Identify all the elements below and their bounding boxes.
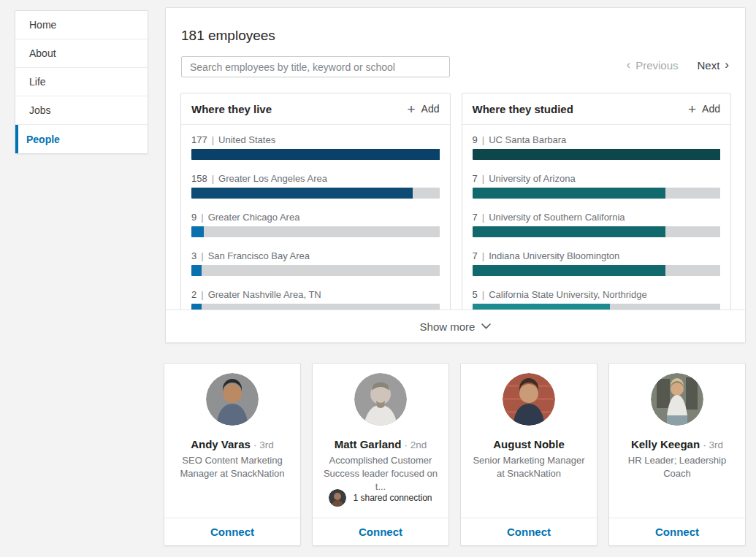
bar-label: Greater Chicago Area bbox=[208, 211, 300, 224]
sidebar-item-home[interactable]: Home bbox=[15, 11, 148, 39]
bar-row: 7 | University of Southern California bbox=[473, 211, 721, 237]
person-card[interactable]: August Noble Senior Marketing Manager at… bbox=[460, 363, 597, 546]
bar-value: 2 bbox=[191, 288, 196, 301]
chart-title: Where they live bbox=[191, 103, 272, 115]
bar-label: California State University, Northridge bbox=[489, 288, 647, 301]
next-page-button[interactable]: Next › bbox=[697, 59, 729, 72]
person-headline: Accomplished Customer Success leader foc… bbox=[321, 454, 440, 493]
person-headline: HR Leader; Leadership Coach bbox=[617, 454, 737, 480]
person-name[interactable]: Kelly Keegan bbox=[631, 438, 700, 450]
bar-track bbox=[191, 188, 440, 199]
bar-separator: | bbox=[482, 172, 484, 185]
bar-row: 9 | Greater Chicago Area bbox=[191, 211, 440, 237]
profile-photo[interactable] bbox=[206, 373, 259, 426]
bar-row: 7 | University of Arizona bbox=[473, 172, 721, 199]
person-card[interactable]: Matt Garland · 2nd Accomplished Customer… bbox=[312, 363, 449, 546]
bar-label: Greater Nashville Area, TN bbox=[208, 288, 321, 301]
bar-separator: | bbox=[482, 288, 484, 301]
shared-connection-label: 1 shared connection bbox=[353, 493, 432, 503]
previous-page-button[interactable]: ‹ Previous bbox=[626, 59, 678, 72]
previous-label: Previous bbox=[635, 59, 678, 72]
sidebar-item-jobs[interactable]: Jobs bbox=[15, 96, 148, 125]
person-name[interactable]: Matt Garland bbox=[335, 438, 402, 450]
page-nav-sidebar: Home About Life Jobs People bbox=[15, 10, 148, 154]
show-more-label: Show more bbox=[420, 320, 476, 333]
chart-where-they-studied: Where they studied + Add 9 | UC Santa Ba… bbox=[462, 93, 732, 310]
bar-value: 7 bbox=[473, 172, 478, 185]
person-headline: SEO Content Marketing Manager at SnackNa… bbox=[172, 454, 292, 480]
sidebar-item-people[interactable]: People bbox=[15, 125, 148, 153]
bar-value: 7 bbox=[473, 211, 478, 224]
profile-photo[interactable] bbox=[651, 373, 703, 426]
bar-separator: | bbox=[201, 288, 203, 301]
bar-label: Indiana University Bloomington bbox=[489, 250, 619, 263]
add-filter-button[interactable]: + Add bbox=[688, 102, 720, 116]
bar-separator: | bbox=[482, 250, 484, 263]
bar-fill bbox=[473, 265, 665, 276]
bar-value: 9 bbox=[473, 134, 478, 147]
chart-where-they-live: Where they live + Add 177 | United State… bbox=[180, 93, 451, 310]
connection-degree: · 2nd bbox=[405, 439, 427, 450]
chart-body: 9 | UC Santa Barbara 7 | University of A… bbox=[462, 134, 731, 310]
shared-connection-photo bbox=[329, 489, 346, 507]
connect-button[interactable]: Connect bbox=[313, 518, 448, 545]
connection-degree: · 3rd bbox=[703, 439, 723, 450]
bar-track bbox=[473, 149, 721, 160]
bar-value: 3 bbox=[191, 250, 196, 263]
chevron-right-icon: › bbox=[725, 58, 729, 71]
person-headline: Senior Marketing Manager at SnackNation bbox=[469, 454, 589, 480]
bar-fill bbox=[191, 265, 202, 276]
bar-separator: | bbox=[482, 211, 484, 224]
add-label: Add bbox=[702, 103, 720, 115]
bar-label: San Francisco Bay Area bbox=[208, 250, 310, 263]
bar-row: 158 | Greater Los Angeles Area bbox=[191, 172, 440, 199]
bar-fill bbox=[473, 226, 665, 237]
add-filter-button[interactable]: + Add bbox=[407, 102, 439, 116]
person-name[interactable]: August Noble bbox=[493, 438, 565, 450]
bar-value: 177 bbox=[191, 134, 207, 147]
person-name[interactable]: Andy Varas bbox=[191, 438, 251, 450]
bar-separator: | bbox=[212, 172, 214, 185]
chevron-down-icon bbox=[481, 323, 491, 329]
connect-button[interactable]: Connect bbox=[609, 518, 745, 545]
connect-button[interactable]: Connect bbox=[164, 518, 300, 545]
shared-connection[interactable]: 1 shared connection bbox=[313, 489, 448, 507]
chart-title: Where they studied bbox=[473, 103, 573, 115]
chevron-left-icon: ‹ bbox=[626, 58, 630, 71]
bar-track bbox=[473, 265, 721, 276]
sidebar-item-about[interactable]: About bbox=[15, 39, 148, 68]
employee-search-input[interactable] bbox=[181, 56, 450, 77]
add-label: Add bbox=[421, 103, 440, 115]
bar-fill bbox=[473, 188, 665, 199]
bar-row: 9 | UC Santa Barbara bbox=[473, 134, 721, 160]
person-card[interactable]: Kelly Keegan · 3rd HR Leader; Leadership… bbox=[608, 363, 746, 546]
profile-photo[interactable] bbox=[354, 373, 407, 426]
bar-value: 5 bbox=[473, 288, 478, 301]
bar-fill bbox=[191, 188, 413, 199]
person-card[interactable]: Andy Varas · 3rd SEO Content Marketing M… bbox=[164, 363, 301, 546]
bar-separator: | bbox=[482, 134, 484, 147]
bar-track bbox=[473, 188, 721, 199]
profile-photo[interactable] bbox=[503, 373, 555, 426]
bar-label: Greater Los Angeles Area bbox=[218, 172, 327, 185]
bar-fill bbox=[473, 149, 721, 160]
plus-icon: + bbox=[688, 102, 696, 116]
bar-separator: | bbox=[212, 134, 214, 147]
connect-button[interactable]: Connect bbox=[461, 518, 597, 545]
bar-value: 9 bbox=[191, 211, 196, 224]
bar-track bbox=[473, 226, 721, 237]
bar-label: United States bbox=[218, 134, 275, 147]
bar-value: 7 bbox=[473, 250, 478, 263]
plus-icon: + bbox=[407, 102, 415, 116]
pagination: ‹ Previous Next › bbox=[626, 59, 729, 72]
show-more-button[interactable]: Show more bbox=[166, 310, 745, 342]
employees-panel: 181 employees ‹ Previous Next › Where th… bbox=[165, 7, 746, 343]
bar-value: 158 bbox=[191, 172, 207, 185]
bar-fill bbox=[191, 149, 440, 160]
bar-track bbox=[191, 149, 440, 160]
sidebar-item-life[interactable]: Life bbox=[15, 68, 148, 96]
employee-count-heading: 181 employees bbox=[166, 8, 745, 44]
bar-row: 2 | Greater Nashville Area, TN bbox=[191, 288, 440, 310]
bar-separator: | bbox=[201, 211, 203, 224]
bar-label: University of Southern California bbox=[489, 211, 625, 224]
